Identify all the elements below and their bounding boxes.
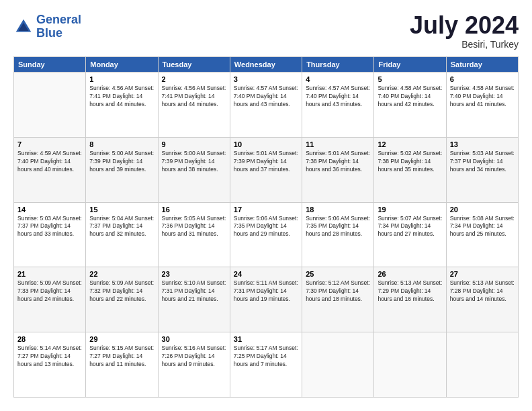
day-info: Sunrise: 5:04 AM Sunset: 7:37 PM Dayligh… (89, 215, 154, 239)
logo-line2: Blue (36, 26, 62, 40)
day-number: 1 (89, 75, 154, 83)
table-row: 13Sunrise: 5:03 AM Sunset: 7:37 PM Dayli… (446, 137, 518, 202)
calendar-page: General Blue July 2024 Besiri, Turkey Su… (0, 0, 532, 411)
col-friday: Friday (374, 57, 446, 73)
day-info: Sunrise: 5:17 AM Sunset: 7:25 PM Dayligh… (234, 345, 298, 369)
calendar-week-row: 14Sunrise: 5:03 AM Sunset: 7:37 PM Dayli… (14, 202, 519, 267)
table-row: 14Sunrise: 5:03 AM Sunset: 7:37 PM Dayli… (14, 202, 86, 267)
table-row: 27Sunrise: 5:13 AM Sunset: 7:28 PM Dayli… (446, 267, 518, 332)
col-tuesday: Tuesday (158, 57, 230, 73)
day-info: Sunrise: 5:07 AM Sunset: 7:34 PM Dayligh… (378, 215, 442, 239)
day-number: 16 (162, 205, 226, 214)
logo: General Blue (13, 13, 81, 40)
table-row: 21Sunrise: 5:09 AM Sunset: 7:33 PM Dayli… (14, 267, 86, 332)
day-info: Sunrise: 5:08 AM Sunset: 7:34 PM Dayligh… (450, 215, 515, 239)
day-number: 15 (89, 205, 154, 214)
calendar-table: Sunday Monday Tuesday Wednesday Thursday… (13, 56, 519, 398)
day-number: 18 (306, 205, 370, 214)
day-info: Sunrise: 4:58 AM Sunset: 7:40 PM Dayligh… (450, 85, 515, 109)
table-row (14, 73, 86, 138)
day-number: 7 (17, 140, 82, 148)
day-info: Sunrise: 5:05 AM Sunset: 7:36 PM Dayligh… (162, 215, 226, 239)
day-number: 26 (378, 270, 442, 278)
location: Besiri, Turkey (410, 39, 519, 50)
day-number: 17 (234, 205, 298, 214)
day-number: 28 (17, 335, 82, 343)
day-number: 19 (378, 205, 442, 214)
table-row: 11Sunrise: 5:01 AM Sunset: 7:38 PM Dayli… (302, 137, 374, 202)
day-number: 8 (89, 140, 154, 148)
day-info: Sunrise: 5:01 AM Sunset: 7:38 PM Dayligh… (306, 150, 370, 174)
table-row: 30Sunrise: 5:16 AM Sunset: 7:26 PM Dayli… (158, 332, 230, 398)
calendar-week-row: 7Sunrise: 4:59 AM Sunset: 7:40 PM Daylig… (14, 137, 519, 202)
col-thursday: Thursday (302, 57, 374, 73)
month-title: July 2024 (410, 13, 519, 38)
calendar-header-row: Sunday Monday Tuesday Wednesday Thursday… (14, 57, 519, 73)
calendar-week-row: 28Sunrise: 5:14 AM Sunset: 7:27 PM Dayli… (14, 332, 519, 398)
table-row: 10Sunrise: 5:01 AM Sunset: 7:39 PM Dayli… (230, 137, 302, 202)
day-number: 3 (234, 75, 298, 83)
day-number: 5 (378, 75, 442, 83)
table-row: 20Sunrise: 5:08 AM Sunset: 7:34 PM Dayli… (446, 202, 518, 267)
day-info: Sunrise: 5:01 AM Sunset: 7:39 PM Dayligh… (234, 150, 298, 174)
day-info: Sunrise: 5:14 AM Sunset: 7:27 PM Dayligh… (17, 345, 82, 369)
day-info: Sunrise: 5:09 AM Sunset: 7:32 PM Dayligh… (89, 279, 154, 304)
table-row: 6Sunrise: 4:58 AM Sunset: 7:40 PM Daylig… (446, 73, 518, 138)
table-row: 1Sunrise: 4:56 AM Sunset: 7:41 PM Daylig… (86, 73, 158, 138)
header: General Blue July 2024 Besiri, Turkey (13, 13, 519, 50)
day-info: Sunrise: 5:00 AM Sunset: 7:39 PM Dayligh… (89, 150, 154, 174)
table-row: 29Sunrise: 5:15 AM Sunset: 7:27 PM Dayli… (86, 332, 158, 398)
table-row: 5Sunrise: 4:58 AM Sunset: 7:40 PM Daylig… (374, 73, 446, 138)
table-row: 3Sunrise: 4:57 AM Sunset: 7:40 PM Daylig… (230, 73, 302, 138)
logo-text: General Blue (36, 13, 81, 40)
day-number: 6 (450, 75, 515, 83)
logo-line1: General (36, 13, 81, 26)
day-info: Sunrise: 5:06 AM Sunset: 7:35 PM Dayligh… (306, 215, 370, 239)
table-row: 7Sunrise: 4:59 AM Sunset: 7:40 PM Daylig… (14, 137, 86, 202)
logo-icon (13, 17, 34, 37)
table-row: 4Sunrise: 4:57 AM Sunset: 7:40 PM Daylig… (302, 73, 374, 138)
day-number: 21 (17, 270, 82, 278)
table-row: 28Sunrise: 5:14 AM Sunset: 7:27 PM Dayli… (14, 332, 86, 398)
table-row: 18Sunrise: 5:06 AM Sunset: 7:35 PM Dayli… (302, 202, 374, 267)
day-info: Sunrise: 5:16 AM Sunset: 7:26 PM Dayligh… (162, 345, 226, 369)
table-row (446, 332, 518, 398)
table-row: 23Sunrise: 5:10 AM Sunset: 7:31 PM Dayli… (158, 267, 230, 332)
day-info: Sunrise: 4:57 AM Sunset: 7:40 PM Dayligh… (306, 85, 370, 109)
day-info: Sunrise: 5:13 AM Sunset: 7:29 PM Dayligh… (378, 279, 442, 304)
day-info: Sunrise: 5:00 AM Sunset: 7:39 PM Dayligh… (162, 150, 226, 174)
day-info: Sunrise: 5:11 AM Sunset: 7:31 PM Dayligh… (234, 279, 298, 304)
table-row: 25Sunrise: 5:12 AM Sunset: 7:30 PM Dayli… (302, 267, 374, 332)
table-row: 9Sunrise: 5:00 AM Sunset: 7:39 PM Daylig… (158, 137, 230, 202)
day-number: 24 (234, 270, 298, 278)
table-row (374, 332, 446, 398)
table-row: 15Sunrise: 5:04 AM Sunset: 7:37 PM Dayli… (86, 202, 158, 267)
table-row (302, 332, 374, 398)
day-info: Sunrise: 4:57 AM Sunset: 7:40 PM Dayligh… (234, 85, 298, 109)
table-row: 8Sunrise: 5:00 AM Sunset: 7:39 PM Daylig… (86, 137, 158, 202)
day-info: Sunrise: 5:10 AM Sunset: 7:31 PM Dayligh… (162, 279, 226, 304)
day-info: Sunrise: 5:15 AM Sunset: 7:27 PM Dayligh… (89, 345, 154, 369)
table-row: 2Sunrise: 4:56 AM Sunset: 7:41 PM Daylig… (158, 73, 230, 138)
calendar-week-row: 21Sunrise: 5:09 AM Sunset: 7:33 PM Dayli… (14, 267, 519, 332)
day-number: 27 (450, 270, 515, 278)
table-row: 16Sunrise: 5:05 AM Sunset: 7:36 PM Dayli… (158, 202, 230, 267)
day-info: Sunrise: 4:59 AM Sunset: 7:40 PM Dayligh… (17, 150, 82, 174)
day-number: 14 (17, 205, 82, 214)
table-row: 12Sunrise: 5:02 AM Sunset: 7:38 PM Dayli… (374, 137, 446, 202)
day-info: Sunrise: 5:02 AM Sunset: 7:38 PM Dayligh… (378, 150, 442, 174)
col-monday: Monday (86, 57, 158, 73)
table-row: 24Sunrise: 5:11 AM Sunset: 7:31 PM Dayli… (230, 267, 302, 332)
day-number: 30 (162, 335, 226, 343)
calendar-body: 1Sunrise: 4:56 AM Sunset: 7:41 PM Daylig… (14, 73, 519, 398)
day-number: 4 (306, 75, 370, 83)
day-info: Sunrise: 5:03 AM Sunset: 7:37 PM Dayligh… (450, 150, 515, 174)
table-row: 17Sunrise: 5:06 AM Sunset: 7:35 PM Dayli… (230, 202, 302, 267)
day-number: 20 (450, 205, 515, 214)
day-info: Sunrise: 4:58 AM Sunset: 7:40 PM Dayligh… (378, 85, 442, 109)
day-number: 2 (162, 75, 226, 83)
day-info: Sunrise: 4:56 AM Sunset: 7:41 PM Dayligh… (162, 85, 226, 109)
day-number: 22 (89, 270, 154, 278)
col-saturday: Saturday (446, 57, 518, 73)
day-info: Sunrise: 5:06 AM Sunset: 7:35 PM Dayligh… (234, 215, 298, 239)
